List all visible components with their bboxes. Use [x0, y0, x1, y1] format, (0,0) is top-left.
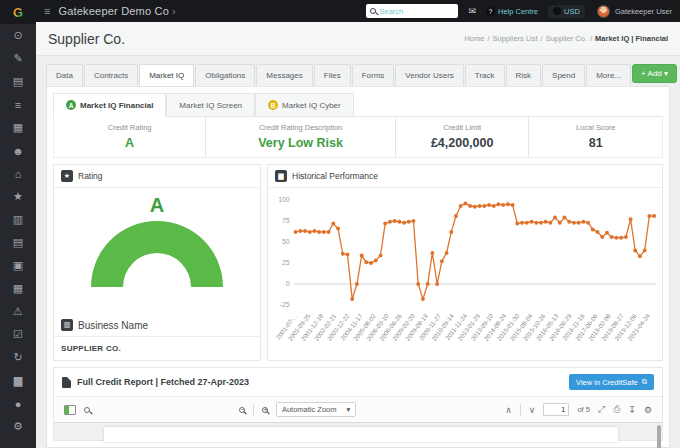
documents-icon[interactable]: ▤ — [0, 231, 36, 254]
history-icon[interactable]: ↻ — [0, 346, 36, 369]
cyber-rating-badge-icon: B — [268, 100, 278, 110]
tab-risk[interactable]: Risk — [506, 64, 542, 86]
tab-forms[interactable]: Forms — [352, 64, 395, 86]
previous-page-icon[interactable]: ∧ — [505, 405, 512, 415]
tab-vendor-users[interactable]: Vendor Users — [395, 64, 463, 86]
rating-card-title: Rating — [78, 171, 103, 181]
company-name[interactable]: Gatekeeper Demo Co› — [58, 5, 175, 17]
pdf-settings-icon[interactable]: ⚙ — [644, 405, 652, 415]
teams-icon[interactable]: ☻ — [0, 139, 36, 162]
search-icon — [370, 8, 376, 14]
alerts-icon[interactable]: ⚠ — [0, 300, 36, 323]
zoom-out-icon[interactable]: − — [239, 407, 245, 413]
report-title: Full Credit Report | Fetched 27-Apr-2023 — [77, 377, 249, 387]
svg-text:50: 50 — [282, 238, 290, 245]
record-tabs: Data Contracts Market IQ Obligations Mes… — [46, 64, 670, 86]
rating-card: ★ Rating A ▥ Business Name SUPPLIER CO. — [53, 164, 261, 361]
zoom-in-icon[interactable]: + — [262, 407, 268, 413]
top-bar: ≡ Gatekeeper Demo Co› ✉ ? Help Centre US… — [36, 0, 680, 22]
page-title: Supplier Co. — [48, 31, 125, 47]
starred-icon[interactable]: ★ — [0, 185, 36, 208]
chart-title: Historical Performance — [292, 171, 378, 181]
app-window: G ⊙✎▤≡▦☻⌂★▥▤▣▦⚠☑↻▆●⚙ ≡ Gatekeeper Demo C… — [0, 0, 680, 448]
help-centre-link[interactable]: ? Help Centre — [486, 7, 538, 16]
briefcase-icon[interactable]: ▣ — [0, 254, 36, 277]
tab-track[interactable]: Track — [465, 64, 505, 86]
stat-local-score: Local Score 81 — [529, 117, 662, 157]
svg-text:0: 0 — [286, 280, 290, 287]
pdf-viewer[interactable] — [54, 423, 662, 440]
historical-performance-card: ▆ Historical Performance 1007550250-2520… — [267, 164, 663, 361]
chart-icon: ▆ — [275, 170, 287, 182]
dashboard-icon[interactable]: ⊙ — [0, 24, 36, 47]
breadcrumb-current: Market IQ | Financial — [595, 34, 668, 43]
bank-icon[interactable]: ⌂ — [0, 162, 36, 185]
historical-performance-chart: 1007550250-252001-07-...2001-09-252001-1… — [268, 188, 662, 360]
financial-rating-badge-icon: A — [66, 100, 76, 110]
stat-credit-limit: Credit Limit £4,200,000 — [396, 117, 530, 157]
tab-more[interactable]: More... — [586, 64, 631, 86]
print-icon[interactable]: ⎙ — [613, 404, 620, 415]
mail-icon[interactable]: ✉ — [468, 6, 476, 16]
layers-icon[interactable]: ≡ — [0, 93, 36, 116]
tab-files[interactable]: Files — [314, 64, 351, 86]
page-number-input[interactable] — [543, 403, 569, 416]
caret-down-icon: ▾ — [664, 69, 668, 78]
download-icon[interactable]: ↧ — [628, 405, 636, 415]
gatekeeper-logo[interactable]: G — [0, 0, 36, 24]
market-iq-subtabs: A Market IQ Financial Market IQ Screen B… — [53, 93, 663, 117]
tab-data[interactable]: Data — [46, 64, 83, 86]
menu-icon[interactable]: ≡ — [44, 5, 50, 17]
tab-spend[interactable]: Spend — [542, 64, 585, 86]
breadcrumb-suppliers-list[interactable]: Suppliers List — [493, 34, 538, 43]
help-disc-icon[interactable]: ● — [0, 392, 36, 415]
breadcrumb-home[interactable]: Home — [464, 34, 484, 43]
question-icon: ? — [486, 7, 495, 16]
settings-icon[interactable]: ⚙ — [0, 415, 36, 438]
tab-market-iq[interactable]: Market IQ — [139, 64, 194, 86]
cards-icon[interactable]: ▦ — [0, 116, 36, 139]
credit-stats-row: Credit Rating A Credit Rating Descriptio… — [53, 117, 663, 158]
calendar-grid-icon[interactable]: ▥ — [0, 208, 36, 231]
contracts-icon[interactable]: ▤ — [0, 70, 36, 93]
fullscreen-icon[interactable]: ⤢ — [598, 404, 605, 415]
suppliers-icon[interactable]: ✎ — [0, 47, 36, 70]
tasks-icon[interactable]: ☑ — [0, 323, 36, 346]
calendar-icon[interactable]: ▦ — [0, 277, 36, 300]
page-count: of 5 — [577, 405, 590, 414]
business-name-label: Business Name — [78, 320, 148, 331]
global-search[interactable] — [366, 4, 458, 18]
subtab-market-iq-financial[interactable]: A Market IQ Financial — [53, 93, 166, 117]
subtab-market-iq-screen[interactable]: Market IQ Screen — [166, 93, 255, 116]
pdf-scrollbar[interactable] — [657, 425, 661, 448]
rating-grade: A — [54, 194, 260, 217]
view-in-creditsafe-button[interactable]: View in CreditSafe ⧉ — [569, 374, 654, 390]
next-page-icon[interactable]: ∨ — [529, 405, 536, 415]
zoom-select[interactable]: Automatic Zoom ▾ — [276, 402, 356, 417]
reports-icon[interactable]: ▆ — [0, 369, 36, 392]
tab-messages[interactable]: Messages — [256, 64, 312, 86]
chevron-right-icon: › — [172, 5, 176, 17]
breadcrumb-supplier[interactable]: Supplier Co. — [546, 34, 587, 43]
sidebar-toggle-icon[interactable] — [64, 405, 76, 415]
breadcrumb: Home/Suppliers List/Supplier Co./Market … — [464, 34, 668, 43]
currency-label: USD — [564, 7, 580, 16]
rating-gauge — [91, 221, 223, 287]
user-name[interactable]: Gatekeeper User — [615, 7, 672, 16]
add-button[interactable]: + Add ▾ — [632, 64, 677, 83]
tab-contracts[interactable]: Contracts — [84, 64, 138, 86]
tab-obligations[interactable]: Obligations — [195, 64, 255, 86]
find-in-document-icon[interactable] — [84, 407, 90, 413]
subtab-market-iq-cyber[interactable]: B Market IQ Cyber — [255, 93, 354, 116]
stat-credit-rating: Credit Rating A — [54, 117, 206, 157]
globe-icon — [553, 7, 561, 15]
user-avatar[interactable] — [597, 5, 610, 18]
svg-text:75: 75 — [282, 217, 290, 224]
stat-credit-rating-description: Credit Rating Description Very Low Risk — [206, 117, 396, 157]
pdf-page — [104, 427, 618, 442]
svg-text:100: 100 — [278, 196, 290, 203]
currency-selector[interactable]: USD — [548, 5, 585, 18]
search-input[interactable] — [379, 7, 454, 16]
page-header: Supplier Co. Home/Suppliers List/Supplie… — [36, 22, 680, 56]
business-name-value: SUPPLIER CO. — [54, 337, 260, 360]
